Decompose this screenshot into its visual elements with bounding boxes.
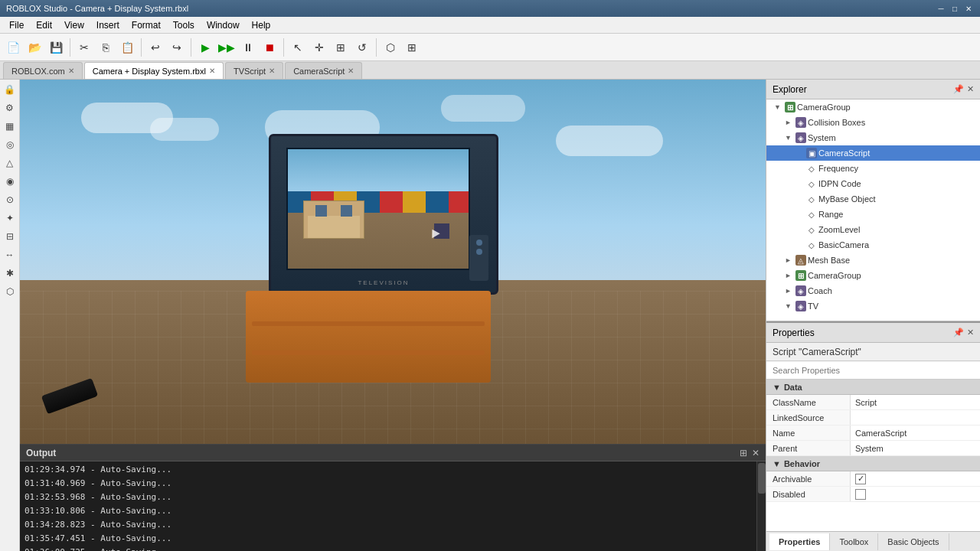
- left-tool-1[interactable]: 🔒: [2, 81, 18, 98]
- toolbar-grid[interactable]: ⊞: [402, 37, 422, 57]
- tree-item-basiccamera[interactable]: ◇BasicCamera: [766, 237, 980, 253]
- screen-building: [303, 201, 364, 239]
- tree-icon-model: ◈: [795, 301, 806, 311]
- tree-item-coach[interactable]: ►◈Coach: [766, 283, 980, 298]
- tree-item-camerascript[interactable]: ▣CameraScript: [766, 145, 980, 161]
- tree-item-cameragroup[interactable]: ►⊞CameraGroup: [766, 268, 980, 283]
- property-value-parent[interactable]: System: [851, 441, 980, 455]
- left-tool-5[interactable]: △: [2, 155, 18, 171]
- properties-pin[interactable]: 📌: [953, 328, 964, 337]
- tab-roblox[interactable]: ROBLOX.com ✕: [3, 62, 83, 79]
- tree-arrow[interactable]: ▼: [785, 302, 794, 310]
- explorer-tree[interactable]: ▼⊞CameraGroup►◈Collision Boxes▼◈System▣C…: [766, 99, 980, 321]
- tree-item-zoomlevel[interactable]: ◇ZoomLevel: [766, 222, 980, 237]
- viewport-output-area: TELEVISION Output: [20, 80, 766, 551]
- property-section-behavior[interactable]: ▼Behavior: [766, 456, 980, 471]
- menu-window[interactable]: Window: [201, 18, 246, 32]
- output-detach[interactable]: ⊞: [740, 448, 747, 458]
- tab-tvscript[interactable]: TVScript ✕: [225, 62, 283, 79]
- toolbar-paste[interactable]: 📋: [117, 37, 137, 57]
- tab-main[interactable]: Camera + Display System.rbxl ✕: [84, 62, 224, 79]
- tree-arrow[interactable]: ►: [785, 287, 794, 295]
- left-tool-6[interactable]: ◉: [2, 173, 18, 190]
- minimize-button[interactable]: ─: [936, 3, 946, 14]
- toolbar-open[interactable]: 📂: [24, 37, 44, 57]
- menu-insert[interactable]: Insert: [90, 18, 126, 32]
- toolbar-run2[interactable]: ▶▶: [217, 37, 237, 57]
- bottom-tab-basic-objects[interactable]: Basic Objects: [878, 533, 949, 550]
- toolbar-new[interactable]: 📄: [3, 37, 23, 57]
- toolbar-redo[interactable]: ↪: [167, 37, 187, 57]
- left-tool-4[interactable]: ◎: [2, 136, 18, 153]
- property-value-classname[interactable]: Script: [851, 395, 980, 409]
- toolbar-move[interactable]: ✛: [309, 37, 329, 57]
- tree-item-mybase-object[interactable]: ◇MyBase Object: [766, 191, 980, 207]
- output-scroll-thumb[interactable]: [758, 463, 766, 494]
- toolbar-rotate[interactable]: ↺: [352, 37, 372, 57]
- tree-item-tv[interactable]: ▼◈TV: [766, 298, 980, 314]
- left-tool-12[interactable]: ⬡: [2, 283, 18, 300]
- menu-edit[interactable]: Edit: [30, 18, 58, 32]
- checkbox-unchecked[interactable]: [855, 489, 866, 500]
- toolbar-scale[interactable]: ⊞: [331, 37, 351, 57]
- output-close[interactable]: ✕: [752, 448, 760, 458]
- tree-item-range[interactable]: ◇Range: [766, 207, 980, 222]
- property-value-linkedsource[interactable]: [851, 410, 980, 425]
- tab-roblox-close[interactable]: ✕: [68, 67, 74, 75]
- property-section-data[interactable]: ▼Data: [766, 380, 980, 395]
- tree-arrow[interactable]: ►: [785, 256, 794, 264]
- tree-arrow[interactable]: ►: [785, 272, 794, 279]
- close-button[interactable]: ✕: [963, 3, 974, 14]
- toolbar-pause[interactable]: ⏸: [238, 37, 258, 57]
- properties-close[interactable]: ✕: [967, 328, 974, 337]
- left-tool-3[interactable]: ▦: [2, 118, 18, 135]
- toolbar-collisions[interactable]: ⬡: [381, 37, 400, 57]
- maximize-button[interactable]: □: [949, 3, 960, 14]
- toolbar-copy[interactable]: ⎘: [96, 37, 116, 57]
- toolbar-undo[interactable]: ↩: [145, 37, 165, 57]
- menu-view[interactable]: View: [58, 18, 90, 32]
- tab-camerascript-close[interactable]: ✕: [348, 67, 354, 75]
- tab-main-close[interactable]: ✕: [209, 67, 215, 75]
- tree-item-idpn-code[interactable]: ◇IDPN Code: [766, 176, 980, 191]
- tree-item-cameragroup[interactable]: ▼⊞CameraGroup: [766, 99, 980, 115]
- tree-arrow[interactable]: ▼: [774, 103, 783, 111]
- property-row-linkedsource: LinkedSource: [766, 410, 980, 425]
- tree-item-collision-boxes[interactable]: ►◈Collision Boxes: [766, 115, 980, 130]
- toolbar-run[interactable]: ▶: [195, 37, 215, 57]
- viewport[interactable]: TELEVISION: [20, 80, 766, 444]
- explorer-close[interactable]: ✕: [967, 84, 974, 94]
- tree-arrow[interactable]: ►: [785, 119, 794, 126]
- left-tool-9[interactable]: ⊟: [2, 228, 18, 245]
- explorer-pin[interactable]: 📌: [953, 84, 964, 94]
- menu-help[interactable]: Help: [246, 18, 277, 32]
- toolbar-stop[interactable]: ⏹: [260, 37, 279, 57]
- menu-file[interactable]: File: [3, 18, 30, 32]
- tree-item-system[interactable]: ▼◈System: [766, 130, 980, 145]
- bottom-tab-toolbox[interactable]: Toolbox: [830, 533, 878, 550]
- left-tool-8[interactable]: ✦: [2, 210, 18, 227]
- toolbar-select[interactable]: ↖: [288, 37, 308, 57]
- property-value-disabled[interactable]: [851, 487, 980, 501]
- checkbox-checked[interactable]: ✓: [855, 474, 866, 484]
- tv-body: TELEVISION: [269, 134, 498, 295]
- property-value-archivable[interactable]: ✓: [851, 471, 980, 486]
- tab-camerascript[interactable]: CameraScript ✕: [285, 62, 362, 79]
- tree-arrow[interactable]: ▼: [785, 134, 794, 142]
- property-value-name[interactable]: CameraScript: [851, 425, 980, 440]
- output-scrollbar[interactable]: [756, 461, 766, 551]
- left-tool-11[interactable]: ✱: [2, 265, 18, 282]
- left-tool-10[interactable]: ↔: [2, 246, 18, 263]
- output-line: 01:34:28.823 - Auto-Saving...: [24, 518, 752, 532]
- left-tool-7[interactable]: ⊙: [2, 191, 18, 208]
- tree-item-frequency[interactable]: ◇Frequency: [766, 161, 980, 176]
- tree-item-mesh-base[interactable]: ►◬Mesh Base: [766, 253, 980, 268]
- menu-tools[interactable]: Tools: [167, 18, 201, 32]
- menu-format[interactable]: Format: [126, 18, 167, 32]
- tab-tvscript-close[interactable]: ✕: [269, 67, 275, 75]
- search-properties-input[interactable]: [766, 362, 980, 379]
- toolbar-save[interactable]: 💾: [46, 37, 66, 57]
- bottom-tab-properties[interactable]: Properties: [769, 533, 830, 550]
- toolbar-cut[interactable]: ✂: [74, 37, 94, 57]
- left-tool-2[interactable]: ⚙: [2, 99, 18, 116]
